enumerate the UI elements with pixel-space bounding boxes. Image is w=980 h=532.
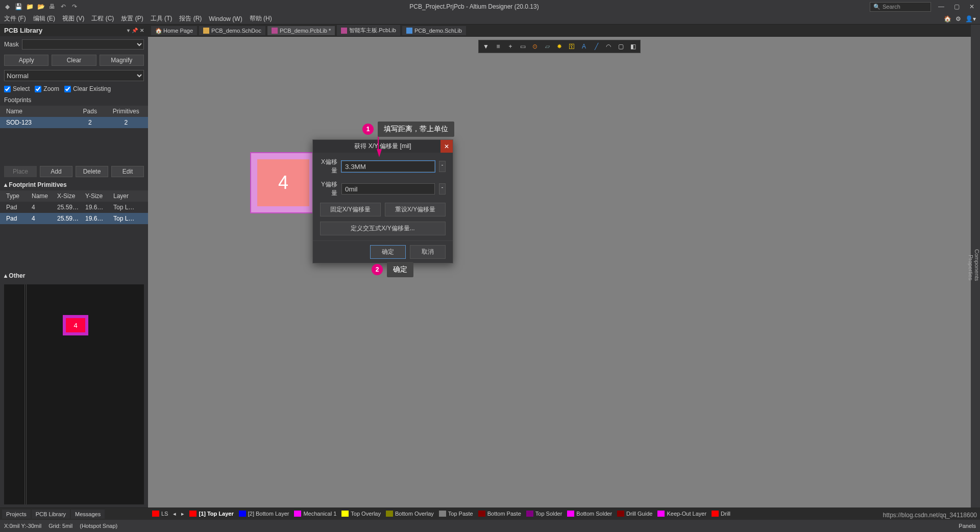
mask-input[interactable] (22, 39, 144, 50)
tab-home[interactable]: 🏠Home Page (151, 26, 197, 35)
col-xsize[interactable]: X-Size (55, 191, 83, 201)
panel-chevron-down-icon[interactable]: ▾ (127, 28, 130, 33)
apply-button[interactable]: Apply (4, 55, 48, 66)
line-icon[interactable]: ╱ (591, 41, 601, 52)
layer-item[interactable]: Bottom Overlay (386, 511, 434, 517)
primitive-row[interactable]: Pad 4 25.59… 19.6… Top L… (0, 202, 148, 213)
tab-pcb-library[interactable]: PCB Library (32, 510, 70, 519)
panels-button[interactable]: Panels (959, 523, 976, 529)
dialog-close-button[interactable]: ✕ (440, 140, 453, 153)
menu-file[interactable]: 文件 (F) (4, 14, 26, 23)
fill-icon[interactable]: ◧ (628, 41, 638, 52)
x-step-button[interactable]: - (439, 161, 446, 172)
layer-item[interactable]: [2] Bottom Layer (239, 511, 289, 517)
settings-icon[interactable]: ⚙ (955, 15, 961, 22)
reset-offset-button[interactable]: 重设X/Y偏移量 (385, 203, 446, 216)
redo-icon[interactable]: ↷ (70, 3, 79, 11)
polygon-icon[interactable]: ▱ (542, 41, 552, 52)
layer-item[interactable]: Drill Guide (617, 511, 652, 517)
menu-reports[interactable]: 报告 (R) (179, 14, 202, 23)
tab-pcblib[interactable]: PCB_demo.PcbLib * (267, 26, 335, 35)
layer-item[interactable]: Top Solder (526, 511, 562, 517)
save-icon[interactable]: 💾 (14, 3, 22, 11)
col-pname[interactable]: Name (30, 191, 55, 201)
delete-button[interactable]: Delete (76, 166, 108, 177)
minimize-icon[interactable]: — (936, 3, 946, 10)
col-type[interactable]: Type (4, 191, 30, 201)
y-step-button[interactable]: - (439, 183, 446, 195)
tab-projects[interactable]: Projects (2, 510, 31, 519)
select-checkbox[interactable]: Select (4, 85, 30, 92)
open-icon[interactable]: 📁 (26, 3, 34, 11)
global-search[interactable]: 🔍 Search (870, 2, 931, 12)
menu-window[interactable]: Window (W) (209, 15, 242, 22)
col-layer[interactable]: Layer (111, 191, 144, 201)
tab-smart-car[interactable]: 智能车主板.PcbLib (337, 25, 400, 36)
list-icon[interactable]: ≡ (493, 41, 503, 52)
menu-place[interactable]: 放置 (P) (121, 14, 143, 23)
via-icon[interactable]: ⊙ (530, 41, 540, 52)
home-icon: 🏠 (155, 28, 161, 34)
col-name[interactable]: Name (4, 107, 72, 116)
home-icon[interactable]: 🏠 (944, 15, 951, 22)
edit-button[interactable]: Edit (111, 166, 144, 177)
layer-item[interactable]: Keep-Out Layer (657, 511, 706, 517)
layer-prev-icon[interactable]: ◂ (173, 511, 176, 517)
maximize-icon[interactable]: ▢ (951, 3, 962, 10)
fix-offset-button[interactable]: 固定X/Y偏移量 (320, 203, 381, 216)
add-button[interactable]: Add (40, 166, 72, 177)
zoom-checkbox[interactable]: Zoom (35, 85, 59, 92)
open2-icon[interactable]: 📂 (37, 3, 45, 11)
tab-messages[interactable]: Messages (71, 510, 105, 519)
layer-item[interactable]: Bottom Solder (567, 511, 612, 517)
footprint-row[interactable]: SOD-123 2 2 (0, 117, 148, 128)
col-pads[interactable]: Pads (72, 107, 108, 116)
user-icon[interactable]: 👤▾ (965, 15, 976, 22)
pad-icon[interactable]: ▭ (518, 41, 528, 52)
mode-select[interactable]: Normal (4, 70, 144, 81)
panel-close-icon[interactable]: ✕ (140, 28, 144, 33)
close-icon[interactable]: ✕ (967, 3, 977, 10)
components-tab[interactable]: Components (974, 28, 980, 507)
properties-tab[interactable]: Properties (968, 28, 974, 507)
editor-canvas[interactable]: 🏠Home Page PCB_demo.SchDoc PCB_demo.PcbL… (148, 25, 971, 507)
menu-project[interactable]: 工程 (C) (91, 14, 114, 23)
plus-icon[interactable]: + (505, 41, 516, 52)
define-interactive-button[interactable]: 定义交互式X/Y偏移量... (320, 222, 446, 235)
layer-item[interactable]: Top Overlay (341, 511, 381, 517)
panel-pin-icon[interactable]: 📌 (132, 28, 138, 33)
rect-icon[interactable]: ▢ (616, 41, 626, 52)
ls-label[interactable]: LS (161, 511, 168, 517)
y-offset-input[interactable] (341, 183, 435, 195)
clear-existing-checkbox[interactable]: Clear Existing (64, 85, 111, 92)
layer-item[interactable]: Drill (712, 511, 730, 517)
filter-icon[interactable]: ▼ (481, 41, 491, 52)
layer-item[interactable]: Mechanical 1 (294, 511, 336, 517)
ok-button[interactable]: 确定 (370, 245, 406, 259)
layer-item[interactable]: [1] Top Layer (189, 511, 233, 517)
origin-icon[interactable]: ✸ (554, 41, 565, 52)
clear-button[interactable]: Clear (52, 55, 96, 66)
x-offset-input[interactable] (341, 161, 435, 172)
layer-item[interactable]: Top Paste (439, 511, 473, 517)
status-snap: (Hotspot Snap) (80, 523, 117, 529)
layer-item[interactable]: Bottom Paste (478, 511, 521, 517)
cancel-button[interactable]: 取消 (410, 245, 446, 259)
undo-icon[interactable]: ↶ (59, 3, 67, 11)
key-icon[interactable]: ⚿ (567, 41, 577, 52)
magnify-button[interactable]: Magnify (100, 55, 144, 66)
primitive-row[interactable]: Pad 4 25.59… 19.6… Top L… (0, 213, 148, 224)
text-icon[interactable]: A (579, 41, 589, 52)
print-icon[interactable]: 🖶 (48, 3, 56, 11)
menu-edit[interactable]: 编辑 (E) (33, 14, 55, 23)
menu-tools[interactable]: 工具 (T) (151, 14, 173, 23)
col-primitives[interactable]: Primitives (108, 107, 144, 116)
tab-schlib[interactable]: PCB_demo.SchLib (402, 26, 466, 35)
arc-icon[interactable]: ◠ (603, 41, 614, 52)
tab-schdoc[interactable]: PCB_demo.SchDoc (199, 26, 265, 35)
menu-view[interactable]: 视图 (V) (62, 14, 84, 23)
canvas-pad-shape[interactable]: 4 (250, 152, 316, 213)
menu-help[interactable]: 帮助 (H) (250, 14, 272, 23)
layer-next-icon[interactable]: ▸ (181, 511, 184, 517)
col-ysize[interactable]: Y-Size (83, 191, 111, 201)
